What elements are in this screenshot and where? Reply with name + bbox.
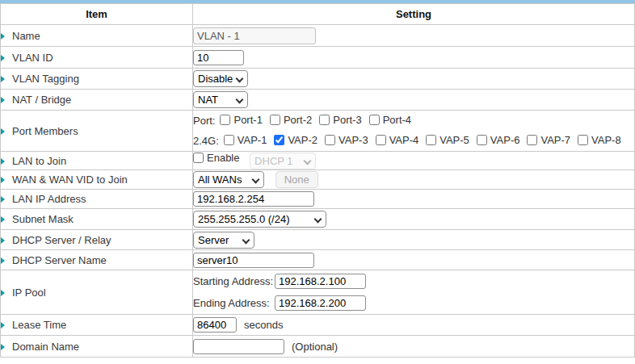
vap-member-label: VAP-2 bbox=[288, 134, 318, 146]
arrow-icon bbox=[1, 344, 5, 350]
starting-address-input[interactable] bbox=[275, 274, 366, 289]
table-row: Name bbox=[1, 25, 635, 47]
port-member-checkbox-port-3[interactable] bbox=[319, 115, 330, 125]
setting-column-header: Setting bbox=[193, 4, 635, 25]
vap-member-checkbox-vap-7[interactable] bbox=[527, 135, 537, 145]
domain-name-hint: (Optional) bbox=[292, 341, 338, 353]
port-group-label: Port: bbox=[193, 115, 215, 127]
dhcp-server-name-label: DHCP Server Name bbox=[12, 254, 107, 266]
table-header-row: Item Setting bbox=[1, 4, 635, 25]
nat-bridge-label: NAT / Bridge bbox=[12, 94, 71, 106]
port-checkbox-group: Port-1Port-2Port-3Port-4 bbox=[220, 114, 418, 128]
table-row: VLAN Tagging Disable bbox=[1, 69, 635, 90]
vap-member-checkbox-vap-4[interactable] bbox=[376, 135, 386, 145]
domain-name-input[interactable] bbox=[193, 339, 284, 354]
vlan-settings-table: Item Setting Name VLAN ID VLAN Tagging D… bbox=[0, 3, 635, 358]
lease-time-input[interactable] bbox=[193, 317, 237, 333]
port-members-label: Port Members bbox=[12, 125, 78, 137]
lan-ip-label: LAN IP Address bbox=[12, 193, 86, 205]
vlan-tagging-label: VLAN Tagging bbox=[12, 73, 79, 85]
vap-member-label: VAP-5 bbox=[439, 134, 469, 146]
lease-time-unit: seconds bbox=[244, 319, 283, 331]
vap-member-checkbox-vap-8[interactable] bbox=[578, 135, 588, 145]
vap-member-vap-3[interactable]: VAP-3 bbox=[325, 134, 368, 146]
port-member-port-3[interactable]: Port-3 bbox=[319, 114, 361, 126]
vap-member-label: VAP-8 bbox=[591, 134, 621, 146]
wifi-group-label: 2.4G: bbox=[193, 135, 219, 147]
port-member-checkbox-port-2[interactable] bbox=[270, 115, 280, 125]
vap-checkbox-group: VAP-1VAP-2VAP-3VAP-4VAP-5VAP-6VAP-7VAP-8 bbox=[224, 134, 629, 148]
arrow-icon bbox=[1, 290, 5, 296]
dhcp-join-select[interactable]: DHCP 1 bbox=[250, 153, 316, 169]
domain-name-label: Domain Name bbox=[12, 341, 79, 353]
subnet-mask-select[interactable]: 255.255.255.0 (/24) bbox=[193, 211, 326, 228]
vap-member-checkbox-vap-6[interactable] bbox=[477, 135, 487, 145]
lan-ip-input[interactable] bbox=[193, 191, 314, 207]
vap-member-vap-8[interactable]: VAP-8 bbox=[578, 134, 621, 146]
port-member-checkbox-port-1[interactable] bbox=[220, 115, 230, 125]
arrow-icon bbox=[1, 76, 5, 82]
subnet-mask-label: Subnet Mask bbox=[12, 213, 74, 225]
nat-bridge-select[interactable]: NAT bbox=[193, 91, 248, 108]
ending-address-input[interactable] bbox=[275, 295, 366, 311]
vap-member-checkbox-vap-2[interactable] bbox=[274, 135, 284, 145]
table-row: Domain Name (Optional) bbox=[1, 336, 635, 358]
port-member-label: Port-3 bbox=[333, 114, 361, 126]
arrow-icon bbox=[1, 216, 5, 223]
table-row: DHCP Server / Relay Server bbox=[1, 230, 635, 250]
arrow-icon bbox=[1, 128, 5, 135]
lease-time-label: Lease Time bbox=[12, 319, 66, 331]
arrow-icon bbox=[1, 97, 5, 103]
vap-member-vap-6[interactable]: VAP-6 bbox=[477, 134, 520, 146]
vap-member-checkbox-vap-5[interactable] bbox=[426, 135, 436, 145]
vap-member-vap-2[interactable]: VAP-2 bbox=[274, 134, 318, 146]
dhcp-mode-label: DHCP Server / Relay bbox=[12, 234, 111, 246]
lan-join-enable-checkbox[interactable] bbox=[193, 153, 204, 163]
arrow-icon bbox=[1, 257, 5, 264]
vap-member-label: VAP-6 bbox=[490, 134, 520, 146]
vap-member-vap-4[interactable]: VAP-4 bbox=[376, 134, 419, 146]
name-label: Name bbox=[12, 30, 40, 42]
table-row: VLAN ID bbox=[1, 47, 635, 69]
table-row: Lease Time seconds bbox=[1, 315, 635, 336]
dhcp-mode-select[interactable]: Server bbox=[193, 232, 254, 249]
port-member-label: Port-4 bbox=[383, 114, 411, 126]
port-member-port-1[interactable]: Port-1 bbox=[220, 114, 262, 126]
arrow-icon bbox=[1, 177, 5, 183]
table-row: IP Pool Starting Address: Ending Address… bbox=[1, 270, 635, 315]
vap-member-vap-5[interactable]: VAP-5 bbox=[426, 134, 469, 146]
port-member-port-2[interactable]: Port-2 bbox=[270, 114, 312, 126]
arrow-icon bbox=[1, 322, 5, 328]
port-member-port-4[interactable]: Port-4 bbox=[369, 114, 411, 126]
vlan-tagging-select[interactable]: Disable bbox=[193, 70, 248, 87]
dhcp-server-name-input[interactable] bbox=[193, 253, 314, 268]
vlan-name-input[interactable] bbox=[193, 27, 316, 44]
starting-address-label: Starting Address: bbox=[193, 275, 275, 287]
vap-member-checkbox-vap-3[interactable] bbox=[325, 135, 335, 145]
lan-join-enable[interactable]: Enable bbox=[193, 152, 239, 164]
vap-member-label: VAP-4 bbox=[389, 134, 419, 146]
vap-member-checkbox-vap-1[interactable] bbox=[224, 135, 234, 145]
ip-pool-label: IP Pool bbox=[12, 287, 46, 299]
table-row: DHCP Server Name bbox=[1, 250, 635, 270]
table-row: Port Members Port: Port-1Port-2Port-3Por… bbox=[1, 111, 635, 152]
vap-member-label: VAP-7 bbox=[540, 134, 570, 146]
table-row: NAT / Bridge NAT bbox=[1, 90, 635, 111]
vlan-id-input[interactable] bbox=[193, 50, 244, 65]
wan-join-select[interactable]: All WANs bbox=[193, 171, 264, 188]
table-row: WAN & WAN VID to Join All WANs None bbox=[1, 170, 635, 190]
vlan-id-label: VLAN ID bbox=[12, 52, 53, 64]
none-button[interactable]: None bbox=[275, 171, 318, 188]
vap-member-label: VAP-3 bbox=[339, 134, 368, 146]
table-row: LAN IP Address bbox=[1, 190, 635, 209]
arrow-icon bbox=[1, 55, 5, 61]
item-column-header: Item bbox=[1, 4, 193, 25]
arrow-icon bbox=[1, 237, 5, 244]
vap-member-vap-1[interactable]: VAP-1 bbox=[224, 134, 267, 146]
wan-join-label: WAN & WAN VID to Join bbox=[12, 174, 128, 186]
ending-address-label: Ending Address: bbox=[193, 297, 275, 309]
port-member-checkbox-port-4[interactable] bbox=[369, 115, 380, 125]
vap-member-vap-7[interactable]: VAP-7 bbox=[527, 134, 570, 146]
lan-to-join-label: LAN to Join bbox=[12, 155, 66, 167]
arrow-icon bbox=[1, 158, 5, 165]
